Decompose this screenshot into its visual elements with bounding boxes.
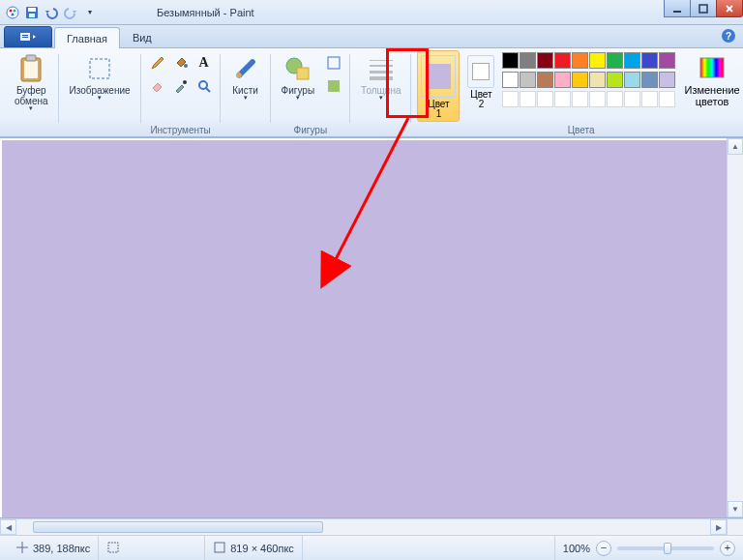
text-icon[interactable]: A xyxy=(193,52,215,74)
file-menu-button[interactable] xyxy=(4,26,52,47)
size-text: 819 × 460пкс xyxy=(230,543,294,554)
undo-icon[interactable] xyxy=(43,4,60,21)
zoom-slider-thumb[interactable] xyxy=(664,543,671,554)
scroll-down-icon[interactable]: ▼ xyxy=(728,501,743,517)
qat-customize-icon[interactable]: ▾ xyxy=(81,4,99,21)
svg-point-18 xyxy=(199,81,207,89)
maximize-button[interactable] xyxy=(690,0,717,17)
color1-label: Цвет 1 xyxy=(428,98,449,119)
status-size: 819 × 460пкс xyxy=(205,536,303,560)
edit-colors-label: Изменение цветов xyxy=(684,84,739,107)
palette-color[interactable] xyxy=(537,91,553,107)
spectrum-icon xyxy=(698,53,727,84)
zoom-slider[interactable] xyxy=(617,546,714,550)
svg-rect-11 xyxy=(22,37,28,38)
scroll-up-icon[interactable]: ▲ xyxy=(728,138,743,155)
svg-rect-8 xyxy=(699,5,707,13)
svg-rect-27 xyxy=(700,58,724,77)
brushes-button[interactable]: Кисти ▾ xyxy=(226,50,265,118)
palette-color[interactable] xyxy=(589,91,606,107)
canvas[interactable] xyxy=(2,140,727,517)
palette-color[interactable] xyxy=(537,52,553,69)
palette-color[interactable] xyxy=(520,72,536,88)
group-brushes: Кисти ▾ xyxy=(221,50,271,136)
palette-color[interactable] xyxy=(641,72,658,88)
svg-point-2 xyxy=(14,9,16,12)
chevron-down-icon: ▾ xyxy=(296,94,300,102)
eyedropper-icon[interactable] xyxy=(170,75,192,97)
group-tools: A Инструменты xyxy=(141,50,221,136)
chevron-down-icon: ▾ xyxy=(29,104,33,112)
close-button[interactable] xyxy=(716,0,743,17)
palette-color[interactable] xyxy=(554,91,571,107)
help-icon[interactable]: ? xyxy=(722,29,735,43)
edit-colors-button[interactable]: Изменение цветов xyxy=(679,50,743,110)
color1-button[interactable]: Цвет 1 xyxy=(417,50,460,122)
palette-color[interactable] xyxy=(607,91,623,107)
svg-rect-6 xyxy=(29,14,35,17)
chevron-down-icon: ▾ xyxy=(98,94,102,102)
app-icon[interactable] xyxy=(4,4,21,21)
paste-button[interactable]: Буфер обмена ▾ xyxy=(10,50,53,118)
palette-color[interactable] xyxy=(624,52,640,69)
zoom-out-button[interactable]: − xyxy=(596,541,611,556)
palette-color[interactable] xyxy=(520,52,536,69)
vertical-scrollbar[interactable]: ▲ ▼ xyxy=(727,138,743,517)
palette-color[interactable] xyxy=(572,91,588,107)
shape-fill-icon[interactable] xyxy=(323,75,344,97)
zoom-in-button[interactable]: + xyxy=(720,541,735,556)
palette-color[interactable] xyxy=(502,72,519,88)
group-clipboard-label xyxy=(30,123,33,136)
pencil-icon[interactable] xyxy=(147,52,168,74)
shape-outline-icon[interactable] xyxy=(323,52,344,74)
svg-rect-29 xyxy=(108,543,118,552)
color2-button[interactable]: Цвет 2 xyxy=(463,50,498,112)
palette-color[interactable] xyxy=(554,52,571,69)
scroll-left-icon[interactable]: ◀ xyxy=(0,519,16,535)
palette-color[interactable] xyxy=(554,72,571,88)
horizontal-scrollbar[interactable]: ◀ ▶ xyxy=(0,518,727,535)
scroll-right-icon[interactable]: ▶ xyxy=(710,519,727,535)
tab-view[interactable]: Вид xyxy=(120,26,164,47)
fill-icon[interactable] xyxy=(170,52,192,74)
scroll-track[interactable] xyxy=(728,155,743,501)
palette-color[interactable] xyxy=(659,91,675,107)
palette-color[interactable] xyxy=(659,72,675,88)
title-bar: ▾ Безымянный - Paint xyxy=(0,0,743,25)
palette-color[interactable] xyxy=(607,72,623,88)
tab-home[interactable]: Главная xyxy=(54,27,120,48)
save-icon[interactable] xyxy=(23,4,41,21)
palette-color[interactable] xyxy=(589,72,606,88)
palette-color[interactable] xyxy=(607,52,623,69)
scroll-track[interactable] xyxy=(16,519,710,535)
palette-color[interactable] xyxy=(502,91,519,107)
palette-color[interactable] xyxy=(641,52,658,69)
palette-color[interactable] xyxy=(659,52,675,69)
scroll-thumb[interactable] xyxy=(33,521,323,533)
paste-label: Буфер обмена xyxy=(15,84,48,106)
brush-icon xyxy=(231,53,260,84)
status-spacer xyxy=(303,536,555,560)
svg-rect-30 xyxy=(215,543,224,552)
palette-color[interactable] xyxy=(572,52,588,69)
tab-bar: Главная Вид ? xyxy=(0,25,743,48)
size-button[interactable]: Толщина ▾ xyxy=(356,50,405,118)
magnifier-icon[interactable] xyxy=(193,75,215,97)
palette-color[interactable] xyxy=(520,91,536,107)
palette-color[interactable] xyxy=(589,52,606,69)
group-size: Толщина ▾ xyxy=(350,50,411,136)
redo-icon[interactable] xyxy=(62,4,79,21)
palette-color[interactable] xyxy=(537,72,553,88)
minimize-button[interactable] xyxy=(664,0,691,17)
shapes-button[interactable]: Фигуры ▾ xyxy=(277,50,319,118)
palette-color[interactable] xyxy=(502,52,519,69)
chevron-down-icon: ▾ xyxy=(244,94,248,102)
select-button[interactable]: Изображение ▾ xyxy=(65,50,135,118)
svg-rect-26 xyxy=(370,76,393,80)
svg-rect-14 xyxy=(26,55,36,61)
palette-color[interactable] xyxy=(641,91,658,107)
eraser-icon[interactable] xyxy=(147,75,168,97)
palette-color[interactable] xyxy=(572,72,588,88)
palette-color[interactable] xyxy=(624,91,640,107)
palette-color[interactable] xyxy=(624,72,640,88)
